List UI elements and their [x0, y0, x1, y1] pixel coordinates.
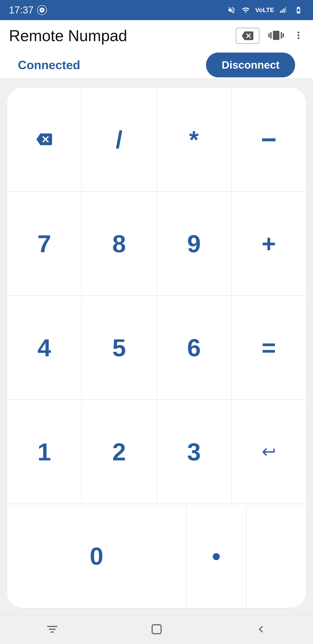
numpad-row-4: 1 2 3: [7, 400, 306, 504]
lte-icon: VoLTE: [255, 6, 274, 14]
key-3[interactable]: 3: [157, 400, 232, 504]
key-5[interactable]: 5: [82, 296, 157, 400]
connection-row: Connected Disconnect: [0, 52, 313, 78]
nav-back-button[interactable]: [254, 622, 268, 637]
wifi-icon: [241, 6, 251, 14]
numpad-row-5: 0 •: [7, 504, 306, 608]
disconnect-button[interactable]: Disconnect: [206, 52, 295, 77]
enter-key[interactable]: [232, 400, 306, 504]
key-1[interactable]: 1: [7, 400, 82, 504]
numpad-row-3: 4 5 6 =: [7, 296, 306, 400]
status-bar-right: VoLTE: [227, 6, 304, 14]
decimal-key[interactable]: •: [186, 504, 246, 608]
svg-rect-5: [285, 7, 287, 13]
key-2[interactable]: 2: [82, 400, 157, 504]
app-title: Remote Numpad: [9, 27, 127, 45]
numpad-wrapper: / * − 7 8 9 + 4 5 6 = 1 2 3: [0, 78, 313, 615]
divide-key[interactable]: /: [82, 88, 157, 192]
signal-icon: [279, 6, 289, 14]
svg-rect-3: [282, 10, 283, 13]
svg-rect-2: [280, 11, 281, 13]
svg-rect-4: [284, 8, 285, 13]
status-bar-left: 17:37 S: [9, 4, 47, 16]
numpad-row-2: 7 8 9 +: [7, 192, 306, 296]
key-9[interactable]: 9: [157, 192, 232, 296]
more-menu-button[interactable]: [293, 28, 304, 44]
battery-icon: [293, 6, 304, 14]
key-8[interactable]: 8: [82, 192, 157, 296]
key-4[interactable]: 4: [7, 296, 82, 400]
key-7[interactable]: 7: [7, 192, 82, 296]
backspace-key[interactable]: [7, 88, 82, 192]
mute-icon: [227, 6, 236, 14]
connection-status: Connected: [18, 58, 80, 72]
minus-key[interactable]: −: [232, 88, 306, 192]
backspace-button[interactable]: [236, 28, 259, 44]
nav-recent-button[interactable]: [45, 622, 59, 637]
enter-key-bottom[interactable]: [246, 504, 306, 608]
status-time: 17:37: [9, 4, 33, 16]
key-6[interactable]: 6: [157, 296, 232, 400]
multiply-key[interactable]: *: [157, 88, 232, 192]
numpad-row-1: / * −: [7, 88, 306, 192]
svg-rect-8: [152, 625, 161, 634]
app-bar-actions: [236, 28, 304, 44]
key-0[interactable]: 0: [7, 504, 186, 608]
vibrate-button[interactable]: [268, 28, 284, 44]
numpad: / * − 7 8 9 + 4 5 6 = 1 2 3: [7, 87, 306, 608]
status-bar: 17:37 S VoLTE: [0, 0, 313, 20]
nav-home-button[interactable]: [150, 622, 163, 637]
nav-bar: [0, 615, 313, 644]
equals-key[interactable]: =: [232, 296, 306, 400]
plus-key[interactable]: +: [232, 192, 306, 296]
svg-text:S: S: [41, 8, 43, 12]
app-bar: Remote Numpad: [0, 20, 313, 52]
shazam-icon: S: [37, 5, 47, 15]
svg-rect-7: [298, 12, 300, 12]
